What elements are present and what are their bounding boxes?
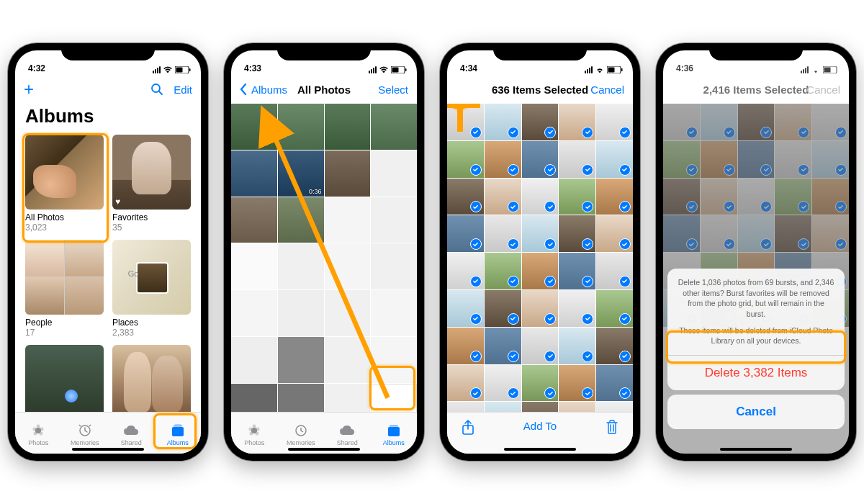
select-button[interactable]: Select (378, 84, 408, 96)
photo-thumb[interactable] (485, 215, 521, 252)
trash-icon (606, 420, 618, 434)
photo-thumb[interactable] (447, 141, 484, 178)
photo-thumb[interactable] (559, 104, 595, 140)
photo-thumb[interactable] (485, 179, 521, 215)
photo-thumb[interactable] (522, 365, 559, 402)
album-favorites[interactable]: ♥ Favorites 35 (112, 135, 191, 233)
photo-thumb[interactable] (447, 215, 484, 252)
cellular-icon (801, 66, 809, 73)
photo-thumb[interactable] (522, 215, 559, 252)
search-icon[interactable] (150, 83, 163, 96)
video-duration: 0:36 (309, 188, 322, 195)
tab-albums[interactable]: Albums (155, 413, 202, 454)
tab-label: Photos (244, 439, 264, 446)
share-button[interactable] (462, 420, 474, 438)
sheet-cancel-button[interactable]: Cancel (667, 395, 845, 429)
photo-thumb[interactable] (522, 179, 559, 215)
album-places[interactable]: Go Places 2,383 (112, 240, 191, 338)
photo-thumb[interactable] (522, 290, 559, 327)
selected-check-icon (508, 127, 519, 138)
photo-thumb[interactable] (596, 215, 633, 252)
sheet-message-2: These items will be deleted from iCloud … (678, 325, 834, 346)
photo-thumb[interactable] (596, 179, 633, 215)
cloud-icon (123, 423, 139, 438)
back-button[interactable]: Albums (240, 84, 287, 96)
photo-thumb[interactable] (596, 141, 633, 178)
home-indicator[interactable] (72, 448, 144, 451)
tab-label: Albums (167, 439, 189, 446)
photo-thumb[interactable] (596, 290, 633, 327)
selected-check-icon (544, 164, 556, 176)
photo-thumb[interactable] (559, 179, 595, 215)
photo-thumb[interactable] (559, 328, 595, 364)
photo-thumb[interactable] (485, 365, 521, 402)
svg-rect-1 (176, 68, 183, 73)
home-indicator[interactable] (504, 448, 576, 451)
photo-thumb[interactable] (559, 290, 595, 327)
photo-thumb[interactable] (447, 179, 484, 215)
selected-check-icon (619, 238, 631, 250)
phone-all-photos: 4:33 Albums All Photos Select 0:36 (224, 43, 424, 461)
album-all-photos[interactable]: All Photos 3,023 (25, 135, 104, 233)
photo-thumb[interactable] (559, 402, 595, 412)
cancel-button[interactable]: Cancel (590, 84, 624, 96)
tab-photos[interactable]: Photos (231, 413, 278, 454)
photo-thumb[interactable] (522, 253, 559, 289)
photo-thumb[interactable] (485, 290, 521, 327)
notch (493, 43, 587, 60)
photo-thumb[interactable] (522, 141, 559, 178)
home-indicator[interactable] (720, 448, 792, 451)
add-button[interactable]: + (24, 79, 34, 99)
photo-thumb[interactable] (596, 253, 633, 289)
tab-photos[interactable]: Photos (15, 413, 62, 454)
album-count: 2,383 (112, 328, 191, 338)
photo-thumb[interactable] (447, 104, 484, 140)
photo-thumb[interactable] (559, 141, 595, 178)
album-people[interactable]: People 17 (25, 240, 104, 338)
photo-thumb[interactable] (596, 365, 633, 402)
album-extra-2[interactable] (112, 345, 191, 412)
photo-thumb[interactable] (447, 253, 484, 289)
photo-thumb[interactable] (485, 402, 521, 412)
phone-delete-sheet: 4:36 2,416 Items Selected Cancel Delete … (656, 43, 856, 461)
album-label: Places (112, 318, 191, 328)
photo-thumb[interactable] (447, 328, 484, 364)
photo-thumb[interactable] (596, 328, 633, 364)
cancel-button[interactable]: Cancel (806, 84, 840, 96)
selected-check-icon (508, 387, 519, 399)
photo-grid-selected[interactable] (447, 104, 633, 412)
trash-button[interactable] (606, 420, 618, 436)
photo-thumb[interactable] (485, 253, 521, 289)
sheet-message: Delete 1,036 photos from 69 bursts, and … (667, 269, 845, 356)
photo-thumb[interactable] (447, 365, 484, 402)
photo-thumb[interactable] (559, 215, 595, 252)
selected-check-icon (544, 127, 556, 138)
photo-thumb[interactable] (596, 104, 633, 140)
phone-albums: 4:32 + Edit Albums (8, 43, 208, 461)
photo-thumb[interactable] (447, 290, 484, 327)
photo-thumb[interactable] (447, 402, 484, 412)
photo-thumb[interactable] (522, 328, 559, 364)
selected-check-icon (619, 276, 631, 287)
tab-albums[interactable]: Albums (371, 413, 418, 454)
photo-thumb[interactable] (596, 402, 633, 412)
photo-thumb[interactable] (559, 253, 595, 289)
delete-items-button[interactable]: Delete 3,382 Items (667, 356, 845, 390)
battery-icon (607, 66, 623, 73)
selected-check-icon (582, 164, 593, 176)
photo-thumb[interactable] (485, 104, 521, 140)
nav-bar: 636 Items Selected Cancel (447, 75, 633, 104)
edit-button[interactable]: Edit (174, 84, 192, 96)
photo-thumb[interactable] (485, 141, 521, 178)
photo-thumb[interactable] (485, 328, 521, 364)
photo-grid[interactable]: 0:36 (231, 104, 417, 412)
photo-thumb[interactable] (522, 104, 559, 140)
add-to-button[interactable]: Add To (523, 420, 557, 432)
photo-thumb[interactable] (522, 402, 559, 412)
svg-rect-2 (189, 68, 191, 71)
album-extra-1[interactable] (25, 345, 104, 412)
home-indicator[interactable] (288, 448, 360, 451)
svg-point-24 (249, 427, 253, 431)
photo-thumb[interactable] (559, 365, 595, 402)
notch (277, 43, 371, 60)
